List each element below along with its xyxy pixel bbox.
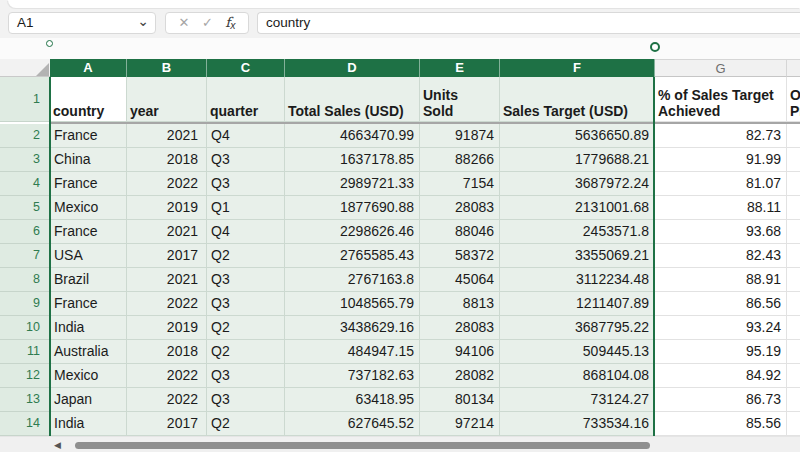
cell-B6[interactable]: 2021 — [127, 220, 207, 244]
select-all-button[interactable] — [36, 63, 49, 76]
cell-F13[interactable]: 73124.27 — [500, 388, 655, 412]
cell-B4[interactable]: 2022 — [127, 172, 207, 196]
row-header-2[interactable]: 2 — [0, 124, 50, 148]
cell-A13[interactable]: Japan — [50, 388, 127, 412]
column-header-E[interactable]: E — [420, 59, 500, 77]
cell-F6[interactable]: 2453571.8 — [500, 220, 655, 244]
cell-C8[interactable]: Q3 — [207, 268, 285, 292]
column-header-G[interactable]: G — [655, 59, 787, 77]
cell-D12[interactable]: 737182.63 — [285, 364, 420, 388]
cell-B14[interactable]: 2017 — [127, 412, 207, 436]
cell-C5[interactable]: Q1 — [207, 196, 285, 220]
row-header-14[interactable]: 14 — [0, 412, 50, 436]
cell-A7[interactable]: USA — [50, 244, 127, 268]
column-header-A[interactable]: A — [50, 59, 127, 77]
cell-D7[interactable]: 2765585.43 — [285, 244, 420, 268]
cell-B13[interactable]: 2022 — [127, 388, 207, 412]
column-header-F[interactable]: F — [500, 59, 655, 77]
cell-A10[interactable]: India — [50, 316, 127, 340]
column-header-H[interactable]: H — [787, 59, 800, 77]
row-header-13[interactable]: 13 — [0, 388, 50, 412]
cell-G14[interactable]: 85.56 — [655, 412, 787, 436]
selection-handle-right[interactable] — [650, 42, 660, 52]
cell-G1[interactable]: % of Sales Target Achieved — [655, 77, 787, 122]
cell-E4[interactable]: 7154 — [420, 172, 500, 196]
cell-D9[interactable]: 1048565.79 — [285, 292, 420, 316]
cell-C7[interactable]: Q2 — [207, 244, 285, 268]
row-header-11[interactable]: 11 — [0, 340, 50, 364]
cell-H14[interactable] — [787, 412, 800, 436]
cell-H1[interactable]: O Pr — [787, 77, 800, 122]
cell-F2[interactable]: 5636650.89 — [500, 124, 655, 148]
cell-E9[interactable]: 8813 — [420, 292, 500, 316]
cell-D11[interactable]: 484947.15 — [285, 340, 420, 364]
cell-C4[interactable]: Q3 — [207, 172, 285, 196]
cell-F1[interactable]: Sales Target (USD) — [500, 77, 655, 122]
cell-D2[interactable]: 4663470.99 — [285, 124, 420, 148]
cell-H13[interactable] — [787, 388, 800, 412]
cell-C12[interactable]: Q3 — [207, 364, 285, 388]
formula-input[interactable]: country — [257, 12, 800, 34]
cell-A5[interactable]: Mexico — [50, 196, 127, 220]
cell-D3[interactable]: 1637178.85 — [285, 148, 420, 172]
cell-E2[interactable]: 91874 — [420, 124, 500, 148]
cell-E10[interactable]: 28083 — [420, 316, 500, 340]
cell-C14[interactable]: Q2 — [207, 412, 285, 436]
horizontal-scrollbar-thumb[interactable] — [75, 442, 650, 449]
cell-F10[interactable]: 3687795.22 — [500, 316, 655, 340]
cell-E3[interactable]: 88266 — [420, 148, 500, 172]
cell-A1[interactable]: country — [50, 77, 127, 122]
cell-C1[interactable]: quarter — [207, 77, 285, 122]
cell-B10[interactable]: 2019 — [127, 316, 207, 340]
cell-G4[interactable]: 81.07 — [655, 172, 787, 196]
cell-F7[interactable]: 3355069.21 — [500, 244, 655, 268]
cell-H8[interactable] — [787, 268, 800, 292]
cell-G13[interactable]: 86.73 — [655, 388, 787, 412]
cell-A11[interactable]: Australia — [50, 340, 127, 364]
cell-B11[interactable]: 2018 — [127, 340, 207, 364]
cell-B2[interactable]: 2021 — [127, 124, 207, 148]
cell-B3[interactable]: 2018 — [127, 148, 207, 172]
cell-E7[interactable]: 58372 — [420, 244, 500, 268]
cell-A9[interactable]: France — [50, 292, 127, 316]
cell-H7[interactable] — [787, 244, 800, 268]
row-header-1[interactable]: 1 — [0, 77, 50, 122]
cell-E8[interactable]: 45064 — [420, 268, 500, 292]
cell-G6[interactable]: 93.68 — [655, 220, 787, 244]
cancel-icon[interactable]: ✕ — [178, 13, 189, 33]
cell-D8[interactable]: 2767163.8 — [285, 268, 420, 292]
insert-function-icon[interactable]: fx — [225, 12, 235, 35]
cell-D14[interactable]: 627645.52 — [285, 412, 420, 436]
cell-A2[interactable]: France — [50, 124, 127, 148]
cell-G2[interactable]: 82.73 — [655, 124, 787, 148]
cell-D13[interactable]: 63418.95 — [285, 388, 420, 412]
cell-G3[interactable]: 91.99 — [655, 148, 787, 172]
cell-B1[interactable]: year — [127, 77, 207, 122]
cell-B9[interactable]: 2022 — [127, 292, 207, 316]
cell-C10[interactable]: Q2 — [207, 316, 285, 340]
cell-C11[interactable]: Q2 — [207, 340, 285, 364]
cell-E6[interactable]: 88046 — [420, 220, 500, 244]
cell-E1[interactable]: Units Sold — [420, 77, 500, 122]
cell-F4[interactable]: 3687972.24 — [500, 172, 655, 196]
cell-C6[interactable]: Q4 — [207, 220, 285, 244]
cell-F9[interactable]: 1211407.89 — [500, 292, 655, 316]
cell-E12[interactable]: 28082 — [420, 364, 500, 388]
cell-D1[interactable]: Total Sales (USD) — [285, 77, 420, 122]
row-header-5[interactable]: 5 — [0, 196, 50, 220]
confirm-icon[interactable]: ✓ — [202, 13, 213, 33]
cell-H3[interactable] — [787, 148, 800, 172]
cell-H4[interactable] — [787, 172, 800, 196]
cell-B8[interactable]: 2021 — [127, 268, 207, 292]
cell-D6[interactable]: 2298626.46 — [285, 220, 420, 244]
cell-G12[interactable]: 84.92 — [655, 364, 787, 388]
cell-H6[interactable] — [787, 220, 800, 244]
cell-C2[interactable]: Q4 — [207, 124, 285, 148]
cell-A14[interactable]: India — [50, 412, 127, 436]
column-header-B[interactable]: B — [127, 59, 207, 77]
cell-A4[interactable]: France — [50, 172, 127, 196]
cell-G11[interactable]: 95.19 — [655, 340, 787, 364]
cell-G7[interactable]: 82.43 — [655, 244, 787, 268]
cell-C9[interactable]: Q3 — [207, 292, 285, 316]
chevron-down-icon[interactable]: ⌄ — [137, 11, 149, 31]
